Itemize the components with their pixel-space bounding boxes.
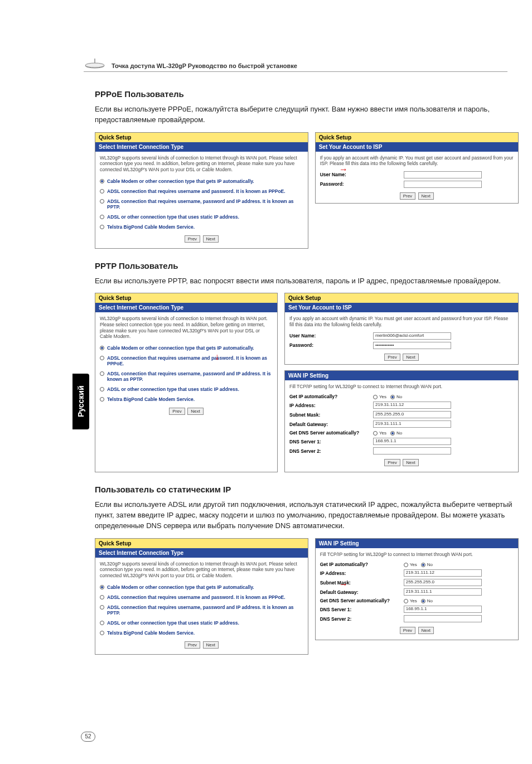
next-button[interactable]: Next <box>403 354 418 361</box>
gateway-input[interactable]: 219.31.111.1 <box>404 588 482 596</box>
conn-option[interactable]: ADSL connection that requires username, … <box>100 602 303 618</box>
conn-option[interactable]: Telstra BigPond Cable Modem Service. <box>100 222 303 232</box>
next-button[interactable]: Next <box>203 641 219 649</box>
option-label: Telstra BigPond Cable Modem Service. <box>107 396 195 402</box>
prev-button[interactable]: Prev <box>185 235 200 243</box>
panel-subtitle: Select Internet Connection Type <box>95 303 277 312</box>
conn-option[interactable]: ADSL or other connection type that uses … <box>100 618 303 628</box>
radio-no[interactable] <box>390 431 395 436</box>
username-input[interactable] <box>404 171 482 178</box>
radio-icon <box>100 215 104 219</box>
conn-option[interactable]: ADSL connection that requires username, … <box>100 369 273 384</box>
dns2-input[interactable] <box>404 615 482 622</box>
panel-desc: Fill TCP/IP setting for WL320gP to conne… <box>289 384 514 390</box>
panel-desc: If you apply an account with dynamic IP.… <box>289 316 514 327</box>
prev-button[interactable]: Prev <box>384 459 400 466</box>
gateway-input[interactable]: 219.31.111.1 <box>373 420 451 428</box>
yes-label: Yes <box>410 562 417 567</box>
conn-option[interactable]: Cable Modem or other connection type tha… <box>100 176 303 186</box>
radio-yes[interactable] <box>373 395 378 399</box>
arrow-icon: → <box>339 165 348 175</box>
prev-button[interactable]: Prev <box>400 192 415 200</box>
wan-ip-panel: WAN IP Setting Fill TCP/IP setting for W… <box>284 370 519 473</box>
radio-yes[interactable] <box>404 563 408 567</box>
option-label: Telstra BigPond Cable Modem Service. <box>107 630 195 636</box>
no-label: No <box>427 598 433 603</box>
subnet-label: Subnet Mask: <box>289 412 373 418</box>
radio-no[interactable] <box>421 599 425 603</box>
panel-title: Quick Setup <box>285 293 518 303</box>
radio-no[interactable] <box>421 563 425 567</box>
ip-input[interactable]: 219.31.111.12 <box>404 569 482 577</box>
dns1-input[interactable]: 168.95.1.1 <box>373 438 451 445</box>
pppoe-panels: → Quick Setup Select Internet Connection… <box>95 132 519 249</box>
arrow-icon: ↓ <box>215 352 219 362</box>
radio-icon <box>100 356 104 360</box>
yes-label: Yes <box>379 394 386 399</box>
ip-input[interactable]: 219.31.111.12 <box>373 402 451 409</box>
dns2-input[interactable] <box>373 447 451 454</box>
pptp-text: Если вы используете PPTP, вас попросят в… <box>95 276 519 287</box>
option-label: Telstra BigPond Cable Modem Service. <box>107 224 195 230</box>
pptp-panels: Quick Setup Select Internet Connection T… <box>95 293 519 472</box>
conn-option[interactable]: Cable Modem or other connection type tha… <box>100 343 273 353</box>
radio-icon <box>100 585 104 589</box>
static-panels: → Quick Setup Select Internet Connection… <box>95 538 519 655</box>
conn-option[interactable]: ADSL or other connection type that uses … <box>100 212 303 222</box>
radio-yes[interactable] <box>404 599 408 603</box>
no-label: No <box>396 431 402 436</box>
subnet-input[interactable]: 255.255.255.0 <box>373 411 451 418</box>
radio-icon <box>100 199 104 204</box>
prev-button[interactable]: Prev <box>400 627 415 634</box>
option-label: ADSL or other connection type that uses … <box>107 214 239 220</box>
next-button[interactable]: Next <box>403 459 418 466</box>
next-button[interactable]: Next <box>187 408 203 415</box>
conn-option[interactable]: ADSL connection that requires username a… <box>100 592 303 602</box>
option-label: Cable Modem or other connection type tha… <box>107 345 254 351</box>
radio-no[interactable] <box>390 395 395 399</box>
next-button[interactable]: Next <box>418 627 434 634</box>
yes-label: Yes <box>379 431 386 436</box>
panel-desc: WL320gP supports several kinds of connec… <box>100 561 303 579</box>
panel-subtitle: Select Internet Connection Type <box>95 548 308 558</box>
dns1-label: DNS Server 1: <box>289 439 373 444</box>
conn-option[interactable]: Telstra BigPond Cable Modem Service. <box>100 628 303 638</box>
next-button[interactable]: Next <box>418 192 434 200</box>
conn-option[interactable]: Cable Modem or other connection type tha… <box>100 582 303 592</box>
prev-button[interactable]: Prev <box>185 641 200 649</box>
panel-title: Quick Setup <box>95 539 308 548</box>
option-label: ADSL connection that requires username, … <box>107 605 303 616</box>
password-input[interactable] <box>404 181 482 188</box>
next-button[interactable]: Next <box>203 235 219 243</box>
panel-desc: If you apply an account with dynamic IP.… <box>320 155 514 167</box>
radio-icon <box>100 595 104 599</box>
conn-option[interactable]: Telstra BigPond Cable Modem Service. <box>100 394 273 404</box>
radio-yes[interactable] <box>373 431 378 436</box>
username-input[interactable]: merlin006@adsl-comfort <box>373 332 451 340</box>
conn-option[interactable]: ADSL connection that requires username, … <box>100 196 303 212</box>
quick-setup-panel: Quick Setup Select Internet Connection T… <box>95 293 278 472</box>
option-label: ADSL connection that requires username, … <box>107 371 273 382</box>
gateway-label: Default Gateway: <box>289 422 373 427</box>
panel-subtitle: Set Your Account to ISP <box>285 303 518 312</box>
panel-desc: WL320gP supports several kinds of connec… <box>100 316 273 340</box>
radio-icon <box>100 225 104 229</box>
quick-setup-panel: Quick Setup Select Internet Connection T… <box>95 132 308 249</box>
prev-button[interactable]: Prev <box>169 408 185 415</box>
getip-label: Get IP automatically? <box>289 394 373 399</box>
prev-button[interactable]: Prev <box>384 354 400 361</box>
radio-icon <box>100 605 104 610</box>
dns2-label: DNS Server 2: <box>320 616 404 622</box>
option-label: ADSL connection that requires username, … <box>107 199 303 210</box>
getdns-label: Get DNS Server automatically? <box>320 598 404 603</box>
option-label: ADSL connection that requires username a… <box>107 355 273 366</box>
dns1-input[interactable]: 168.95.1.1 <box>404 606 482 613</box>
conn-option[interactable]: ADSL or other connection type that uses … <box>100 384 273 394</box>
conn-option[interactable]: ADSL connection that requires username a… <box>100 353 273 369</box>
option-label: ADSL connection that requires username a… <box>107 594 286 600</box>
option-label: Cable Modem or other connection type tha… <box>107 178 254 184</box>
conn-option[interactable]: ADSL connection that requires username a… <box>100 186 303 196</box>
radio-icon <box>100 621 104 625</box>
password-input[interactable]: •••••••••••• <box>373 342 451 349</box>
subnet-input[interactable]: 255.255.255.0 <box>404 579 482 586</box>
